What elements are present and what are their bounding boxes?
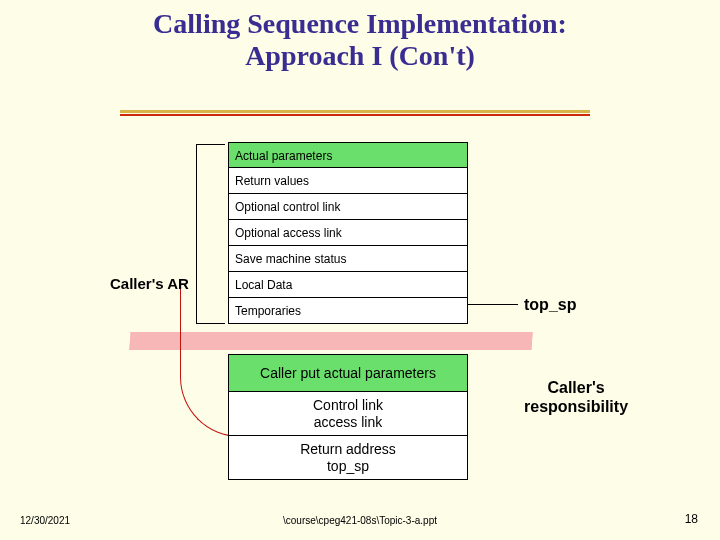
callers-resp-line2: responsibility — [524, 398, 628, 415]
row-access-link-label: access link — [229, 414, 467, 430]
row-optional-control-link: Optional control link — [228, 194, 468, 220]
title-underline — [120, 110, 590, 116]
row-return-address-label: Return address — [229, 441, 467, 457]
activation-record-stack: Actual parameters Return values Optional… — [228, 142, 468, 324]
page-title: Calling Sequence Implementation: Approac… — [0, 8, 720, 72]
callers-responsibility-label: Caller's responsibility — [524, 378, 628, 416]
callers-ar-label: Caller's AR — [110, 275, 189, 292]
row-return-values: Return values — [228, 168, 468, 194]
slide: Calling Sequence Implementation: Approac… — [0, 0, 720, 540]
title-line-2: Approach I (Con't) — [245, 40, 475, 71]
callers-resp-line1: Caller's — [547, 379, 604, 396]
footer-page-number: 18 — [685, 512, 698, 526]
callee-setup-stack: Caller put actual parameters Control lin… — [228, 354, 468, 480]
top-sp-pointer-line — [468, 304, 518, 305]
underline-gold — [120, 110, 590, 113]
row-local-data: Local Data — [228, 272, 468, 298]
row-control-link-label: Control link — [229, 397, 467, 413]
underline-red — [120, 114, 590, 116]
title-line-1: Calling Sequence Implementation: — [153, 8, 567, 39]
row-caller-put-params: Caller put actual parameters — [228, 354, 468, 392]
row-optional-access-link: Optional access link — [228, 220, 468, 246]
row-caller-put-params-label: Caller put actual parameters — [229, 365, 467, 381]
row-control-access-link: Control link access link — [228, 392, 468, 436]
row-temporaries: Temporaries — [228, 298, 468, 324]
row-actual-parameters: Actual parameters — [228, 142, 468, 168]
row-return-address-topsp: Return address top_sp — [228, 436, 468, 480]
row-save-machine-status: Save machine status — [228, 246, 468, 272]
row-topsp-label: top_sp — [229, 458, 467, 474]
footer-path: \course\cpeg421-08s\Topic-3-a.ppt — [0, 515, 720, 526]
top-sp-label: top_sp — [524, 296, 576, 314]
